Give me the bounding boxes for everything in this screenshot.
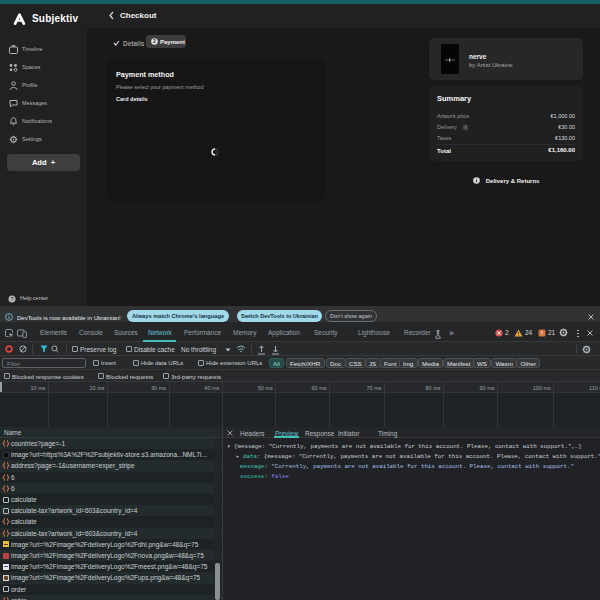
svg-text:2: 2: [153, 38, 156, 44]
svg-text:?: ?: [10, 296, 13, 302]
svg-text:i: i: [465, 125, 466, 130]
